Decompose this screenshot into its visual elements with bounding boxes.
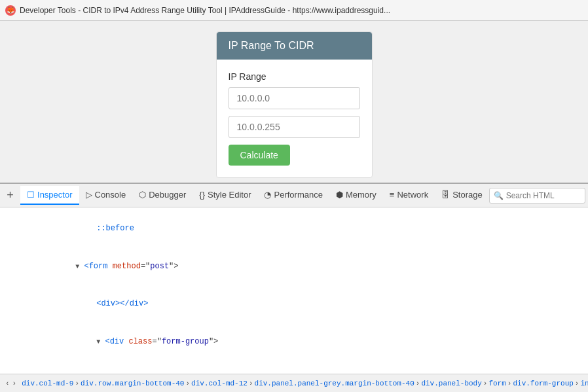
breadcrumb-item-3[interactable]: div.col-md-12 — [191, 380, 248, 387]
storage-icon: 🗄 — [441, 190, 450, 200]
breadcrumb-item-5[interactable]: div.panel-body — [421, 380, 481, 387]
webpage-area: IP Range To CIDR IP Range Calculate — [0, 21, 588, 183]
tab-debugger-label: Debugger — [149, 190, 186, 200]
html-line-div-empty: <div></div> — [0, 285, 588, 323]
breadcrumb-item-6[interactable]: form — [488, 380, 505, 387]
style-editor-icon: {} — [199, 190, 205, 200]
panel-body: IP Range Calculate — [217, 60, 372, 177]
html-line-before: ::before — [0, 210, 588, 248]
triangle-div-fg1[interactable] — [96, 338, 100, 346]
ip-to-input[interactable] — [229, 116, 360, 138]
browser-favicon: 🦊 — [5, 5, 16, 16]
tab-inspector-label: Inspector — [37, 190, 72, 200]
inspector-icon: ☐ — [27, 190, 35, 200]
devtools-toolbar: + ☐ Inspector ▷ Console ⬡ Debugger {} St… — [0, 184, 588, 207]
ip-from-input[interactable] — [229, 87, 360, 109]
memory-icon: ⬢ — [336, 190, 343, 200]
breadcrumb-item-2[interactable]: div.row.margin-bottom-40 — [81, 380, 184, 387]
performance-icon: ◔ — [264, 190, 271, 200]
triangle-form[interactable] — [75, 263, 79, 270]
tab-storage[interactable]: 🗄 Storage — [435, 186, 489, 205]
tab-console-label: Console — [95, 190, 126, 200]
tab-performance-label: Performance — [274, 190, 322, 200]
search-bar[interactable]: 🔍 — [489, 188, 585, 204]
tab-style-editor[interactable]: {} Style Editor — [193, 186, 257, 205]
html-line-label: <label>IP Range</label> — [0, 361, 588, 374]
ip-range-label: IP Range — [229, 71, 360, 82]
tab-network[interactable]: ≡ Network — [383, 186, 435, 205]
tab-style-editor-label: Style Editor — [208, 190, 251, 200]
breadcrumb-item-8[interactable]: input.fo... — [580, 380, 588, 387]
panel-header: IP Range To CIDR — [217, 32, 372, 60]
debugger-icon: ⬡ — [139, 190, 146, 200]
tab-console[interactable]: ▷ Console — [79, 186, 133, 205]
html-line-form[interactable]: <form method="post"> — [0, 248, 588, 286]
page-panel: IP Range To CIDR IP Range Calculate — [216, 31, 373, 178]
html-line-div-formgroup1[interactable]: <div class="form-group"> — [0, 323, 588, 361]
add-panel-button[interactable]: + — [3, 188, 18, 204]
breadcrumb-item-1[interactable]: div.col-md-9 — [22, 380, 73, 387]
tab-memory[interactable]: ⬢ Memory — [329, 186, 383, 205]
breadcrumb-forward[interactable]: › — [12, 380, 17, 387]
network-icon: ≡ — [390, 190, 395, 200]
tab-inspector[interactable]: ☐ Inspector — [20, 186, 79, 205]
devtools-panel: + ☐ Inspector ▷ Console ⬡ Debugger {} St… — [0, 183, 588, 392]
search-icon: 🔍 — [494, 191, 504, 200]
tab-storage-label: Storage — [452, 190, 483, 200]
breadcrumb-back[interactable]: ‹ — [5, 380, 10, 387]
tab-debugger[interactable]: ⬡ Debugger — [132, 186, 193, 205]
browser-titlebar: 🦊 Developer Tools - CIDR to IPv4 Address… — [0, 0, 588, 21]
breadcrumb-item-7[interactable]: div.form-group — [513, 380, 573, 387]
tab-memory-label: Memory — [346, 190, 377, 200]
breadcrumb-item-4[interactable]: div.panel.panel-grey.margin-bottom-40 — [255, 380, 414, 387]
calculate-button[interactable]: Calculate — [229, 145, 290, 166]
html-panel: ::before <form method="post"> <div></div… — [0, 207, 588, 374]
browser-title: Developer Tools - CIDR to IPv4 Address R… — [20, 6, 583, 15]
tab-performance[interactable]: ◔ Performance — [257, 186, 329, 205]
search-html-input[interactable] — [506, 191, 585, 200]
panel-title: IP Range To CIDR — [229, 40, 314, 51]
console-icon: ▷ — [86, 190, 92, 200]
breadcrumb-bar: ‹ › div.col-md-9 › div.row.margin-bottom… — [0, 374, 588, 392]
breadcrumb-nav: ‹ › — [5, 380, 16, 387]
tab-network-label: Network — [397, 190, 428, 200]
